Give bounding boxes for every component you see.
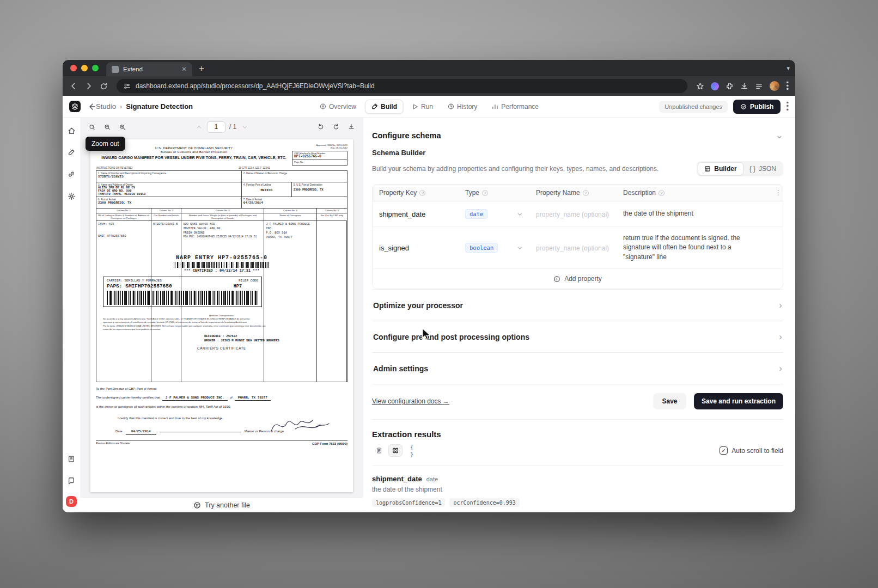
chat-bubble-icon[interactable]	[65, 474, 78, 487]
document-scroll-area[interactable]: U.S. DEPARTMENT OF HOMELAND SECURITY Bur…	[80, 136, 363, 497]
tab-overview[interactable]: Overview	[314, 100, 362, 113]
page-total-label: / 1	[229, 123, 236, 131]
result-field-type: date	[426, 476, 438, 482]
back-arrow-icon[interactable]	[87, 102, 96, 111]
property-name-field[interactable]: property_name (optional)	[536, 211, 609, 218]
breadcrumb: Studio › Signature Detection	[96, 102, 193, 111]
extraction-result-card[interactable]: shipment_date date the date of the shipm…	[372, 465, 783, 512]
docs-book-icon[interactable]	[65, 452, 78, 465]
property-key-field[interactable]: is_signed	[373, 236, 459, 260]
auto-scroll-control[interactable]: ✓ Auto scroll to field	[720, 446, 783, 455]
section-preprocess-label: Configure pre and post processing option…	[373, 333, 529, 341]
minimize-window-icon[interactable]	[81, 65, 88, 71]
property-key-field[interactable]: shipment_date	[373, 203, 459, 226]
help-icon[interactable]: ?	[482, 190, 488, 196]
breadcrumb-studio[interactable]: Studio	[96, 102, 116, 111]
section-optimize-processor[interactable]: Optimize your processor ›	[372, 289, 783, 321]
user-avatar[interactable]: D	[66, 496, 77, 507]
type-pill-boolean: boolean	[465, 243, 498, 253]
section-pre-post-processing[interactable]: Configure pre and post processing option…	[372, 321, 783, 352]
save-and-run-extraction-button[interactable]: Save and run extraction	[694, 393, 783, 409]
publish-button[interactable]: Publish	[733, 100, 781, 114]
grid-view-icon[interactable]	[388, 444, 403, 457]
extension-badge-icon[interactable]	[711, 82, 719, 90]
json-toggle-button[interactable]: { } JSON	[743, 163, 782, 175]
doc-agency-line: Bureau of Customs and Border Protection	[96, 150, 292, 154]
zoom-fit-icon[interactable]	[86, 120, 99, 133]
site-settings-icon[interactable]	[124, 83, 131, 90]
extensions-puzzle-icon[interactable]	[725, 82, 734, 90]
link-icon[interactable]	[65, 168, 78, 181]
edit-pencil-icon[interactable]	[65, 146, 78, 159]
doc-field-value: 572DT1/238VZ5	[98, 175, 240, 179]
save-button[interactable]: Save	[653, 393, 686, 409]
builder-toggle-button[interactable]: Builder	[698, 162, 743, 175]
doc-carriers-certificate-title: CARRIER'S CERTIFICATE	[101, 346, 343, 350]
doc-col-num: Column No. 1	[96, 209, 151, 213]
reload-icon[interactable]	[100, 82, 108, 90]
tab-history[interactable]: History	[442, 100, 483, 113]
doc-page-no-label: Page No.	[292, 160, 347, 166]
property-name-field[interactable]: property_name (optional)	[536, 244, 609, 252]
page-title: Signature Detection	[126, 102, 193, 111]
doc-cert-consignee: J F PALMER & SONS PRODUCE INC.	[162, 396, 228, 401]
doc-carrier-box: CARRIER: SEMILLAS Y FORRAJES FILER CODE …	[103, 277, 262, 307]
help-icon[interactable]: ?	[583, 190, 589, 196]
auto-scroll-checkbox[interactable]: ✓	[720, 446, 728, 455]
help-icon[interactable]: ?	[658, 190, 664, 196]
header-kebab-icon[interactable]: •••	[786, 101, 789, 112]
bookmark-star-icon[interactable]	[696, 82, 704, 90]
tab-performance[interactable]: Performance	[486, 100, 544, 113]
chevron-right-icon: ›	[779, 364, 782, 373]
tab-build[interactable]: Build	[365, 100, 403, 114]
browser-tab[interactable]: Extend ✕	[106, 62, 192, 76]
json-view-icon[interactable]: { }	[405, 444, 419, 457]
extend-logo-icon[interactable]	[69, 101, 81, 112]
doc-manifest-number: HP7-0255765-0	[294, 155, 345, 158]
publish-label: Publish	[750, 103, 773, 111]
downloads-icon[interactable]	[740, 82, 748, 90]
back-icon[interactable]	[69, 82, 78, 90]
download-file-icon[interactable]	[345, 120, 358, 133]
doc-omb-exp: Exp. 08-31-2012	[292, 146, 347, 149]
type-select[interactable]: date	[459, 201, 529, 226]
type-select[interactable]: boolean	[459, 235, 529, 260]
braces-icon: { }	[749, 165, 755, 173]
help-icon[interactable]: ?	[419, 190, 425, 196]
browser-menu-kebab-icon[interactable]: •••	[786, 81, 789, 91]
description-field[interactable]: return true if the document is signed. t…	[617, 227, 769, 268]
tab-close-icon[interactable]: ✕	[181, 65, 187, 73]
browser-profile-avatar[interactable]	[770, 81, 779, 91]
chevron-right-icon: ›	[779, 301, 782, 310]
document-view-icon[interactable]	[372, 444, 386, 457]
new-tab-button[interactable]: +	[199, 63, 204, 74]
maximize-window-icon[interactable]	[92, 65, 99, 71]
page-down-chevron-icon[interactable]	[240, 120, 249, 133]
signature-scribble	[268, 413, 333, 438]
page-number-input[interactable]	[207, 121, 225, 133]
url-input[interactable]: dashboard.extend.app/studio/processors/d…	[117, 79, 687, 93]
table-kebab-icon[interactable]: ⋮	[769, 185, 783, 201]
view-configuration-docs-link[interactable]: View configuration docs →	[372, 397, 449, 405]
rotate-cw-icon[interactable]	[330, 120, 343, 133]
settings-gear-icon[interactable]	[65, 189, 78, 203]
forward-icon[interactable]	[84, 82, 93, 90]
doc-field-label: 5. U.S. Port of Destination	[294, 183, 345, 186]
rotate-ccw-icon[interactable]	[314, 120, 327, 133]
add-property-button[interactable]: Add property	[373, 269, 783, 289]
try-another-file-button[interactable]: Try another file	[80, 497, 363, 512]
zoom-in-icon[interactable]	[116, 120, 129, 133]
description-field[interactable]: the date of the shipment	[617, 203, 769, 225]
section-optimize-label: Optimize your processor	[373, 301, 463, 310]
collapse-chevron-icon[interactable]: ⌄	[776, 131, 783, 140]
doc-cert-line: is the owner or consignee of such articl…	[96, 405, 347, 409]
zoom-out-icon[interactable]	[101, 120, 114, 133]
section-admin-settings[interactable]: Admin settings ›	[372, 352, 783, 384]
tab-run[interactable]: Run	[406, 100, 438, 113]
reading-list-icon[interactable]	[755, 82, 763, 90]
type-pill-date: date	[465, 209, 487, 219]
close-window-icon[interactable]	[70, 65, 77, 71]
home-icon[interactable]	[65, 124, 78, 137]
page-up-chevron-icon[interactable]	[194, 120, 203, 133]
tab-search-chevron-icon[interactable]: ▾	[786, 65, 790, 72]
